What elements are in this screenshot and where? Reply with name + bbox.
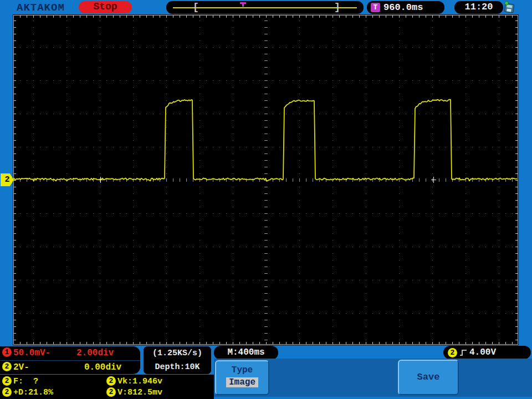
ch1-position: 2.00div [76, 346, 114, 360]
ch2-scale: 2V- [13, 362, 29, 372]
ch1-scale: 50.0mV- [13, 348, 50, 358]
brand-logo: AKTAKOM [17, 2, 65, 14]
ch2-badge-icon: 2 [2, 387, 12, 397]
ch2-readout: 22V- 0.00div [0, 361, 140, 375]
timebase-readout: M:400ms [214, 346, 278, 360]
ch1-badge-icon: 1 [2, 347, 12, 357]
ch2-position-marker[interactable]: 2 [1, 173, 14, 186]
channel-readout-box: 150.0mV- 2.00div 22V- 0.00div [0, 346, 141, 375]
window-right-bracket: ] [334, 1, 340, 13]
trigger-position-marker-icon[interactable] [240, 2, 246, 4]
trigger-source-badge-icon: 2 [448, 348, 457, 357]
rising-edge-icon [459, 348, 468, 357]
memory-depth: Depth:10K [144, 360, 211, 374]
trigger-level: 4.00V [469, 347, 496, 357]
ch2-badge-icon: 2 [2, 362, 12, 371]
type-label: Type [216, 365, 268, 375]
measurement-voltage: 2V:812.5mv [104, 387, 162, 398]
ch2-badge-icon: 2 [106, 387, 116, 397]
measurement-vk: 2Vk:1.946v [104, 376, 162, 387]
oscilloscope-ui: AKTAKOM Stop [ ] T 960.0ms 11:20 [0, 0, 532, 399]
record-window-indicator[interactable]: [ ] [166, 1, 364, 14]
measurement-duty: 2+D:21.8% [0, 387, 53, 398]
acquisition-info-box: (1.25KS/s) Depth:10K [143, 346, 212, 375]
sample-rate: (1.25KS/s) [144, 346, 211, 360]
top-status-bar: AKTAKOM Stop [ ] T 960.0ms 11:20 [0, 0, 532, 14]
measurements-box: 2F: ? 2Vk:1.946v 2+D:21.8% 2V:812.5mv [0, 375, 214, 399]
save-button[interactable]: Save [398, 360, 459, 395]
window-left-bracket: [ [193, 1, 199, 13]
record-line [173, 7, 357, 8]
ch1-readout: 150.0mV- 2.00div [0, 346, 140, 361]
trigger-t-icon: T [371, 3, 380, 12]
ch2-position: 0.00div [84, 361, 121, 375]
waveform-display [13, 14, 519, 345]
clock: 11:20 [454, 1, 503, 14]
ch2-badge-icon: 2 [2, 376, 12, 386]
trigger-readout: 2 4.00V [443, 346, 531, 359]
trigger-time-pill: T 960.0ms [367, 1, 444, 14]
type-value: Image [226, 377, 258, 387]
type-button[interactable]: Type Image [215, 360, 269, 395]
measurement-frequency: 2F: ? [0, 376, 38, 387]
ch2-badge-icon: 2 [106, 376, 116, 386]
trigger-time-value: 960.0ms [383, 2, 423, 13]
acquisition-status-badge: Stop [79, 1, 132, 13]
